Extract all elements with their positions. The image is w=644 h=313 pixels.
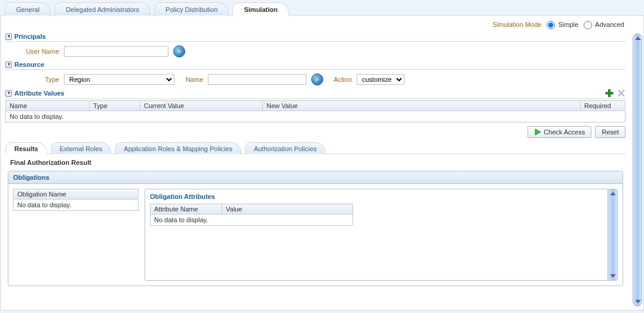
resource-name-input[interactable] [208, 74, 306, 85]
simmode-advanced-radio[interactable] [584, 21, 592, 29]
resource-action-select[interactable]: customize [357, 74, 404, 85]
check-access-label: Check Access [544, 128, 585, 136]
subtab-results[interactable]: Results [5, 142, 47, 154]
subtab-external-roles[interactable]: External Roles [51, 142, 112, 154]
obligations-title: Obligations [8, 171, 622, 184]
simmode-advanced-text: Advanced [595, 21, 624, 28]
resource-name-search-icon[interactable] [311, 73, 323, 85]
obligation-list: Obligation Name No data to display. [13, 189, 139, 281]
simmode-simple-text: Simple [558, 21, 578, 28]
obligation-attributes-box: Obligation Attributes Attribute Name Val… [145, 189, 618, 281]
result-tab-bar: Results External Roles Application Roles… [5, 142, 625, 154]
attrvals-nodata: No data to display. [6, 111, 625, 122]
attr-nodata: No data to display. [151, 214, 353, 226]
check-access-button[interactable]: Check Access [528, 126, 591, 138]
svg-rect-3 [606, 93, 613, 94]
simulation-mode-row: Simulation Mode Simple Advanced [1, 16, 630, 32]
simmode-simple[interactable]: Simple [544, 19, 578, 29]
resource-type-label: Type [17, 76, 59, 83]
subtab-authz-policies[interactable]: Authorization Policies [245, 142, 326, 154]
attr-name-col[interactable]: Attribute Name [151, 204, 222, 214]
username-input[interactable] [64, 46, 168, 57]
tab-policy-distribution[interactable]: Policy Distribution [154, 2, 229, 16]
main-tab-bar: General Delegated Administrators Policy … [0, 0, 644, 16]
obligations-box: Obligations Obligation Name No data to d… [8, 171, 623, 286]
col-new[interactable]: New Value [263, 101, 581, 111]
attribute-values-section: ▾ Attribute Values Name [5, 89, 625, 122]
obligation-attr-scrollbar[interactable] [608, 189, 617, 280]
resource-title: Resource [14, 61, 44, 68]
col-name[interactable]: Name [6, 101, 90, 111]
col-current[interactable]: Current Value [140, 101, 263, 111]
tab-simulation[interactable]: Simulation [232, 2, 289, 16]
resource-name-label: Name [179, 76, 203, 83]
attrvals-title: Attribute Values [14, 90, 65, 97]
obl-name-col[interactable]: Obligation Name [14, 189, 139, 200]
principals-section: ▾ Principals User Name [5, 33, 625, 57]
username-label: User Name [17, 48, 59, 55]
obligation-attributes-title: Obligation Attributes [145, 189, 608, 204]
action-buttons: Check Access Reset [5, 126, 625, 138]
svg-marker-0 [177, 49, 182, 54]
tab-general[interactable]: General [5, 2, 51, 16]
simulation-frame: General Delegated Administrators Policy … [0, 0, 644, 313]
add-row-icon[interactable] [605, 89, 614, 97]
svg-marker-6 [535, 129, 541, 135]
final-result-heading: Final Authorization Result [10, 159, 621, 166]
svg-marker-1 [315, 77, 320, 82]
delete-row-icon[interactable] [617, 89, 625, 97]
attrvals-disclose-icon[interactable]: ▾ [5, 90, 12, 97]
tab-delegated-admins[interactable]: Delegated Administrators [54, 2, 151, 16]
simmode-simple-radio[interactable] [547, 21, 555, 29]
col-type[interactable]: Type [90, 101, 140, 111]
resource-action-label: Action [328, 76, 352, 83]
simulation-panel: Simulation Mode Simple Advanced ▾ Princi… [0, 16, 644, 311]
subtab-app-roles[interactable]: Application Roles & Mapping Policies [115, 142, 241, 154]
username-search-icon[interactable] [173, 45, 185, 57]
obl-nodata: No data to display. [14, 200, 139, 211]
results-pane: Final Authorization Result Obligations O… [8, 159, 623, 286]
resource-disclose-icon[interactable]: ▾ [5, 62, 12, 68]
attr-values-grid: Name Type Current Value New Value Requir… [5, 100, 625, 122]
col-required[interactable]: Required [581, 101, 625, 111]
resource-type-select[interactable]: Region [64, 74, 174, 85]
reset-label: Reset [602, 128, 619, 136]
simulation-mode-label: Simulation Mode [493, 21, 542, 28]
principals-disclose-icon[interactable]: ▾ [5, 33, 12, 40]
attr-value-col[interactable]: Value [222, 204, 353, 214]
principals-title: Principals [14, 33, 46, 40]
simmode-advanced[interactable]: Advanced [581, 19, 624, 29]
panel-scrollbar[interactable] [633, 33, 642, 306]
resource-section: ▾ Resource Type Region Name Action custo… [5, 61, 625, 85]
reset-button[interactable]: Reset [595, 126, 625, 138]
play-icon [534, 128, 541, 136]
